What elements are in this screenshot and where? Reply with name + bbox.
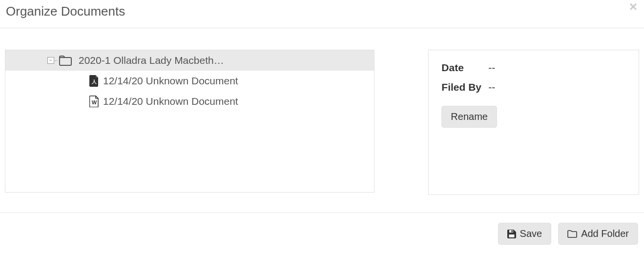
detail-value: -- <box>488 62 495 74</box>
detail-label: Filed By <box>441 81 488 93</box>
tree-file-label: 12/14/20 Unknown Document <box>103 96 238 107</box>
modal-footer: Save Add Folder <box>0 213 644 245</box>
detail-row-date: Date -- <box>441 62 626 74</box>
modal-body: − 2020-1 Olladra Lady Macbeth… 人 12/14/2… <box>0 28 644 195</box>
save-button-label: Save <box>520 228 542 239</box>
document-tree: − 2020-1 Olladra Lady Macbeth… 人 12/14/2… <box>5 50 374 193</box>
pdf-file-icon: 人 <box>89 75 99 87</box>
modal-header: Organize Documents × <box>0 0 644 28</box>
add-folder-button-label: Add Folder <box>581 228 629 239</box>
detail-row-filed-by: Filed By -- <box>441 81 626 93</box>
save-icon <box>507 230 516 238</box>
collapse-glyph: − <box>49 58 52 63</box>
folder-outline-icon <box>567 230 577 238</box>
detail-label: Date <box>441 62 488 74</box>
word-file-icon: W <box>89 96 99 107</box>
tree-folder-row[interactable]: − 2020-1 Olladra Lady Macbeth… <box>5 50 374 71</box>
details-panel: Date -- Filed By -- Rename <box>428 50 639 195</box>
folder-icon <box>59 55 72 66</box>
tree-file-row[interactable]: W 12/14/20 Unknown Document <box>5 91 374 112</box>
collapse-icon[interactable]: − <box>47 57 54 64</box>
svg-rect-5 <box>509 234 514 237</box>
save-button[interactable]: Save <box>498 223 552 245</box>
tree-file-label: 12/14/20 Unknown Document <box>103 75 238 87</box>
add-folder-button[interactable]: Add Folder <box>558 223 638 245</box>
detail-value: -- <box>488 81 495 93</box>
svg-text:W: W <box>92 99 97 105</box>
tree-file-row[interactable]: 人 12/14/20 Unknown Document <box>5 71 374 91</box>
tree-folder-label: 2020-1 Olladra Lady Macbeth… <box>79 55 224 66</box>
svg-rect-0 <box>60 58 71 65</box>
svg-text:人: 人 <box>91 79 97 84</box>
svg-rect-4 <box>511 230 513 232</box>
rename-button-label: Rename <box>451 111 488 122</box>
modal-title: Organize Documents <box>6 4 638 19</box>
close-icon[interactable]: × <box>629 0 637 14</box>
rename-button[interactable]: Rename <box>441 106 497 128</box>
